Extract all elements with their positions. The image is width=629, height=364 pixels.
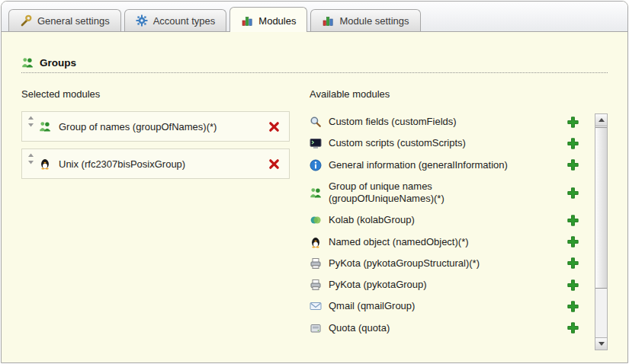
add-module-button[interactable] <box>567 138 579 149</box>
selected-module-row[interactable]: Unix (rfc2307bisPosixGroup) <box>21 148 290 179</box>
add-module-button[interactable] <box>567 322 579 334</box>
info-icon <box>310 159 322 171</box>
green-plus-icon <box>567 138 579 149</box>
add-module-button[interactable] <box>567 301 579 312</box>
section-header: Groups <box>21 56 608 73</box>
arrow-up-icon <box>599 118 605 122</box>
green-plus-icon <box>567 187 579 199</box>
modules-icon <box>322 14 334 27</box>
available-module-row: PyKota (pykotaGroupStructural)(*) <box>310 253 585 274</box>
available-module-row: Quota (quota) <box>310 318 585 339</box>
scroll-down-button[interactable] <box>595 337 607 350</box>
module-label: Custom fields (customFields) <box>329 116 457 128</box>
selected-modules-column: Selected modules Group of names (groupOf… <box>21 88 290 350</box>
green-plus-icon <box>567 215 579 226</box>
kolab-icon <box>310 214 322 226</box>
available-modules-heading: Available modules <box>310 88 608 100</box>
drag-handle-icon[interactable] <box>27 116 34 127</box>
module-label: Group of unique names (groupOfUniqueName… <box>329 180 533 206</box>
page-title: Groups <box>40 57 76 69</box>
available-modules-list: Custom fields (customFields) Custom scri… <box>310 111 608 350</box>
group-icon <box>39 120 51 133</box>
module-label: Qmail (qmailGroup) <box>329 300 415 312</box>
tab-modules[interactable]: Modules <box>229 7 307 32</box>
tab-general-settings[interactable]: General settings <box>8 9 121 31</box>
scroll-up-button[interactable] <box>595 114 607 126</box>
available-module-row: Named object (namedObject)(*) <box>310 231 585 253</box>
tab-label: Modules <box>258 15 296 27</box>
modules-panel: Groups Selected modules Group of names (… <box>2 32 627 350</box>
available-module-row: Custom fields (customFields) <box>310 111 585 133</box>
disk-icon <box>310 322 322 334</box>
terminal-icon <box>310 137 322 149</box>
group-icon <box>21 56 34 69</box>
penguin-icon <box>310 236 322 248</box>
tab-label: General settings <box>37 15 110 27</box>
add-module-button[interactable] <box>567 159 579 171</box>
add-module-button[interactable] <box>567 236 579 247</box>
printer-icon <box>310 257 322 270</box>
remove-module-button[interactable] <box>268 158 280 170</box>
group-icon <box>310 187 322 199</box>
selected-module-row[interactable]: Group of names (groupOfNames)(*) <box>21 111 290 142</box>
module-label: General information (generalInformation) <box>329 159 508 171</box>
red-x-icon <box>268 121 280 133</box>
tab-label: Account types <box>153 15 216 27</box>
available-module-row: General information (generalInformation) <box>310 155 585 176</box>
available-modules-column: Available modules Custom fields (customF… <box>310 88 608 350</box>
scrollbar[interactable] <box>595 113 608 350</box>
green-plus-icon <box>567 301 579 312</box>
penguin-icon <box>39 158 51 170</box>
available-module-row: Custom scripts (customScripts) <box>310 133 585 154</box>
add-module-button[interactable] <box>567 117 579 128</box>
arrow-down-icon <box>599 342 605 346</box>
tab-label: Module settings <box>339 15 409 27</box>
tab-bar: General settings Account types Modules M… <box>2 2 627 32</box>
module-label: PyKota (pykotaGroupStructural)(*) <box>329 257 480 270</box>
available-module-row: Group of unique names (groupOfUniqueName… <box>310 176 585 210</box>
tools-icon <box>20 14 32 27</box>
gear-icon <box>136 14 148 27</box>
module-label: Named object (namedObject)(*) <box>329 236 469 248</box>
available-module-row: Qmail (qmailGroup) <box>310 295 585 317</box>
selected-modules-heading: Selected modules <box>21 88 290 100</box>
tab-module-settings[interactable]: Module settings <box>310 9 420 31</box>
mail-icon <box>310 300 322 312</box>
add-module-button[interactable] <box>567 215 579 226</box>
red-x-icon <box>268 158 280 170</box>
available-module-row: Kolab (kolabGroup) <box>310 209 585 231</box>
module-label: PyKota (pykotaGroup) <box>329 279 427 291</box>
magnifier-icon <box>310 116 322 128</box>
green-plus-icon <box>567 159 579 171</box>
add-module-button[interactable] <box>567 187 579 199</box>
drag-handle-icon[interactable] <box>27 153 34 164</box>
green-plus-icon <box>567 279 579 291</box>
add-module-button[interactable] <box>567 279 579 291</box>
green-plus-icon <box>567 257 579 269</box>
module-label: Kolab (kolabGroup) <box>329 214 415 226</box>
lam-configuration-window: General settings Account types Modules M… <box>1 1 628 363</box>
remove-module-button[interactable] <box>268 121 280 133</box>
module-label: Quota (quota) <box>329 322 390 334</box>
tab-account-types[interactable]: Account types <box>124 9 227 31</box>
scrollbar-thumb[interactable] <box>595 127 607 289</box>
module-label: Unix (rfc2307bisPosixGroup) <box>55 158 265 170</box>
printer-icon <box>310 279 322 291</box>
modules-icon <box>241 14 253 27</box>
green-plus-icon <box>567 322 579 334</box>
module-label: Group of names (groupOfNames)(*) <box>55 121 265 133</box>
green-plus-icon <box>567 117 579 128</box>
available-module-row: PyKota (pykotaGroup) <box>310 274 585 295</box>
add-module-button[interactable] <box>567 257 579 269</box>
green-plus-icon <box>567 236 579 247</box>
module-label: Custom scripts (customScripts) <box>329 137 466 149</box>
